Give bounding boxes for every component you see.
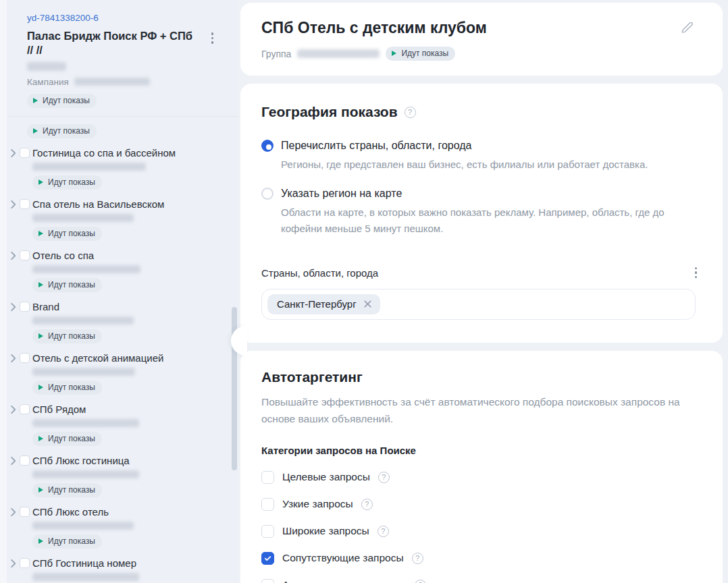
help-icon[interactable] [415, 580, 426, 583]
group-checkbox[interactable] [20, 353, 30, 363]
regions-kebab-menu-icon[interactable] [692, 265, 700, 281]
status-text: Идут показы [48, 536, 95, 546]
group-checkbox[interactable] [20, 507, 30, 517]
redacted-text [32, 573, 139, 581]
group-checkbox[interactable] [20, 455, 30, 466]
group-list-item[interactable]: Отель со спа Идут показы [0, 249, 238, 292]
play-icon [33, 128, 38, 134]
checkbox-label[interactable]: Широкие запросы [282, 525, 369, 537]
group-list-item[interactable]: Отель с детской анимацией Идут показы [0, 352, 238, 395]
group-title[interactable]: СПб Рядом [32, 403, 238, 416]
geo-option-list-regions[interactable]: Перечислить страны, области, города Реги… [261, 140, 696, 172]
checkbox-label[interactable]: Узкие запросы [282, 498, 353, 510]
radio-button[interactable] [261, 188, 274, 200]
status-text: Идут показы [48, 280, 95, 289]
checkbox-row-alternative-queries[interactable]: Альтернативные запросы [261, 579, 696, 583]
radio-description: Регионы, где представлен ваш бизнес, ест… [281, 157, 696, 172]
geo-options: Перечислить страны, области, города Реги… [261, 140, 696, 236]
status-badge: Идут показы [27, 124, 97, 138]
help-icon[interactable] [412, 553, 423, 564]
radio-label[interactable]: Перечислить страны, области, города [281, 140, 471, 152]
group-checkbox[interactable] [20, 250, 30, 260]
checkbox-label[interactable]: Альтернативные запросы [282, 579, 407, 583]
group-title[interactable]: Гостиница со спа и бассейном [32, 146, 238, 159]
group-title[interactable]: Отель со спа [32, 249, 238, 262]
redacted-text [32, 419, 139, 427]
remove-region-icon[interactable] [363, 299, 373, 309]
group-title[interactable]: Brand [32, 300, 238, 313]
group-list-item[interactable]: СПб Рядом Идут показы [0, 403, 238, 446]
checkbox-label[interactable]: Сопутствующие запросы [282, 552, 404, 564]
group-list-item[interactable]: Гостиница со спа и бассейном Идут показы [0, 146, 238, 190]
expand-chevron-icon[interactable] [7, 301, 20, 313]
campaign-id-link[interactable]: yd-7841338200-6 [27, 13, 99, 23]
region-tag: Санкт-Петербург [267, 294, 380, 314]
autotargeting-description: Повышайте эффективность за счёт автомати… [261, 394, 696, 428]
help-icon[interactable] [405, 107, 416, 118]
group-header-card: СПб Отель с детским клубом Группа Идут п… [240, 3, 723, 76]
redacted-text [32, 265, 140, 273]
help-icon[interactable] [378, 472, 390, 483]
expand-chevron-icon[interactable] [7, 557, 20, 570]
help-icon[interactable] [378, 526, 389, 537]
group-list-item[interactable]: СПб Люкс отель Идут показы [0, 505, 238, 549]
group-checkbox[interactable] [20, 302, 30, 312]
checkbox[interactable] [261, 579, 274, 583]
group-title[interactable]: СПб Люкс отель [32, 505, 238, 518]
status-text: Идут показы [48, 383, 95, 392]
group-list-item[interactable]: СПб Гостиница номер Идут показы [0, 557, 238, 583]
redacted-text [32, 316, 134, 325]
expand-chevron-icon[interactable] [7, 506, 20, 518]
expand-chevron-icon[interactable] [7, 250, 20, 262]
expand-chevron-icon[interactable] [7, 455, 20, 467]
group-checkbox[interactable] [20, 199, 30, 209]
group-checkbox[interactable] [20, 404, 30, 414]
group-title[interactable]: СПб Люкс гостиница [32, 454, 238, 467]
checkbox[interactable] [261, 525, 274, 538]
group-checkbox[interactable] [20, 148, 30, 158]
status-badge: Идут показы [32, 175, 102, 190]
play-icon [38, 282, 43, 287]
checkbox-label[interactable]: Целевые запросы [282, 471, 370, 483]
help-icon[interactable] [361, 499, 373, 510]
status-badge: Идут показы [32, 278, 102, 292]
play-icon [38, 231, 43, 236]
checkbox-row-target-queries[interactable]: Целевые запросы [261, 471, 696, 484]
group-list-item[interactable]: Спа отель на Васильевском Идут показы [0, 198, 238, 241]
checkbox-row-broad-queries[interactable]: Широкие запросы [261, 525, 696, 538]
campaign-kebab-menu-icon[interactable] [209, 30, 217, 47]
group-title[interactable]: Отель с детской анимацией [32, 352, 238, 364]
checkbox[interactable] [261, 471, 274, 484]
group-title[interactable]: Спа отель на Васильевском [32, 198, 238, 211]
status-badge: Идут показы [32, 534, 102, 549]
campaign-header: yd-7841338200-6 Палас Бридж Поиск РФ + С… [0, 0, 238, 87]
checkbox[interactable] [261, 498, 274, 511]
expand-chevron-icon[interactable] [7, 404, 20, 416]
regions-input[interactable]: Санкт-Петербург [261, 289, 696, 320]
group-list-item[interactable]: Brand Идут показы [0, 300, 238, 343]
radio-label[interactable]: Указать регион на карте [281, 188, 402, 200]
geo-option-map-region[interactable]: Указать регион на карте Области на карте… [261, 188, 696, 236]
group-list-item[interactable]: СПб Люкс гостиница Идут показы [0, 454, 238, 497]
edit-pencil-icon[interactable] [678, 19, 696, 39]
checkbox-row-narrow-queries[interactable]: Узкие запросы [261, 498, 696, 511]
campaign-title[interactable]: Палас Бридж Поиск РФ + СПб // // [27, 29, 197, 58]
status-badge: Идут показы [386, 47, 455, 61]
geography-card: География показов Перечислить страны, об… [240, 84, 723, 343]
status-badge: Идут показы [32, 227, 102, 241]
status-text: Идут показы [401, 49, 448, 58]
group-checkbox[interactable] [20, 558, 30, 568]
radio-button[interactable] [261, 140, 274, 152]
expand-chevron-icon[interactable] [7, 198, 20, 211]
divider [8, 116, 238, 117]
campaign-type-label: Кампания [27, 77, 69, 87]
group-title[interactable]: СПб Гостиница номер [32, 557, 238, 570]
status-badge: Идут показы [32, 381, 102, 395]
checkbox[interactable] [261, 552, 274, 565]
status-text: Идут показы [48, 331, 95, 341]
expand-chevron-icon[interactable] [7, 352, 20, 364]
checkbox-row-related-queries[interactable]: Сопутствующие запросы [261, 552, 696, 565]
play-icon [38, 538, 43, 544]
status-badge: Идут показы [27, 94, 97, 108]
expand-chevron-icon[interactable] [7, 147, 20, 159]
